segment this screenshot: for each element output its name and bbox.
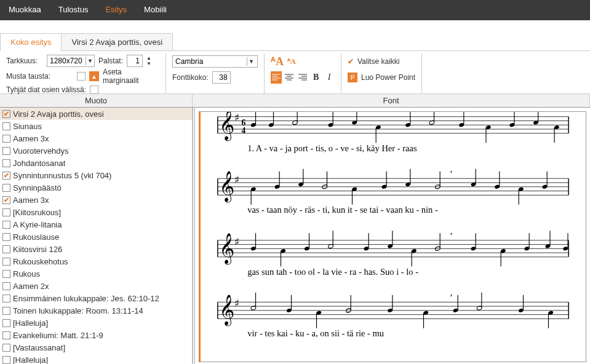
list-item-label: Rukous (13, 269, 40, 279)
musta-tausta-checkbox[interactable] (77, 72, 86, 81)
list-item-label: Evankeliumi: Matt. 21:1-9 (13, 331, 103, 340)
list-item-label: Johdantosanat (13, 159, 65, 168)
svg-text:vir  -  tes     kai  -  ku    : vir - tes kai - ku - a, on sii - tä rie … (247, 328, 384, 338)
list-checkbox[interactable] (2, 135, 10, 143)
musta-tausta-label: Musta tausta: (6, 72, 73, 81)
luo-powerpoint-button[interactable]: P Luo Power Point (348, 71, 415, 84)
list-item[interactable]: Vuorotervehdys (0, 144, 192, 157)
list-item-label: Vuorotervehdys (13, 146, 69, 156)
list-item[interactable]: Ensimmäinen lukukappale: Jes. 62:10-12 (0, 292, 192, 304)
list-item-label: Rukouskehotus (13, 257, 68, 266)
list-checkbox[interactable]: ✔ (2, 110, 10, 118)
list-checkbox[interactable] (2, 295, 10, 303)
top-tab-bar: Muokkaa Tulostus Esitys Mobiili (0, 0, 590, 20)
palstat-label: Palstat: (98, 57, 123, 65)
list-checkbox[interactable] (2, 282, 10, 290)
italic-button[interactable]: I (324, 71, 335, 84)
list-item[interactable]: ✔Aamen 3x (0, 194, 192, 206)
list-checkbox[interactable] (2, 208, 10, 216)
aseta-marginaalit-button[interactable]: Aseta marginaalit (103, 68, 159, 85)
list-checkbox[interactable] (2, 245, 10, 253)
align-left-button[interactable] (271, 71, 282, 84)
score-preview: 𝄞 ♯ 64’1. A - va - ja port - tis, o - ve… (193, 108, 590, 364)
list-item-label: Virsi 2 Avaja porttis, ovesi (13, 109, 104, 119)
checkmark-icon: ✔ (348, 57, 354, 66)
list-checkbox[interactable] (2, 147, 10, 155)
bold-button[interactable]: B (311, 71, 322, 84)
list-item-label: A Kyrie-litania (13, 220, 62, 229)
list-item[interactable]: [Halleluja] (0, 317, 192, 329)
list-checkbox[interactable] (2, 184, 10, 192)
list-item[interactable]: Kiitosvirsi 126 (0, 243, 192, 255)
list-item[interactable]: ✔Synnintunnustus 5 (vkl 704) (0, 169, 192, 181)
column-headers: Muoto Font (0, 94, 590, 108)
list-checkbox[interactable] (2, 258, 10, 266)
decrease-font-icon[interactable]: ᴬA (287, 57, 296, 66)
tarkkuus-label: Tarkkuus: (6, 57, 43, 65)
list-checkbox[interactable] (2, 159, 10, 167)
list-item[interactable]: Johdantosanat (0, 157, 192, 169)
list-checkbox[interactable] (2, 221, 10, 229)
list-item[interactable]: Siunaus (0, 120, 192, 132)
list-item[interactable]: Synninpäästö (0, 181, 192, 194)
list-checkbox[interactable] (2, 270, 10, 278)
list-item-label: Rukouslause (13, 232, 59, 242)
fonttikoko-label: Fonttikoko: (172, 73, 209, 82)
palstat-stepper[interactable]: ▲▼ (146, 55, 151, 66)
tyhjat-diat-checkbox[interactable] (90, 85, 98, 94)
list-checkbox[interactable] (2, 344, 10, 352)
list-checkbox[interactable]: ✔ (2, 196, 10, 204)
list-checkbox[interactable] (2, 307, 10, 315)
tab-mobiili[interactable]: Mobiili (135, 0, 175, 20)
list-checkbox[interactable]: ✔ (2, 172, 10, 180)
chevron-down-icon[interactable]: ▼ (86, 57, 94, 65)
list-checkbox[interactable] (2, 122, 10, 130)
sub-tab-bar: Koko esitys Virsi 2 Avaja porttis, ovesi (0, 33, 590, 51)
list-item-label: Synninpäästö (13, 183, 62, 192)
list-item-label: [Halleluja] (13, 318, 48, 328)
list-item-label: Aamen 2x (13, 282, 49, 291)
list-item[interactable]: A Kyrie-litania (0, 218, 192, 231)
list-item-label: Kiitosvirsi 126 (13, 245, 62, 254)
list-checkbox[interactable] (2, 233, 10, 241)
list-item-label: Aamen 3x (13, 196, 49, 205)
list-item[interactable]: Toinen lukukappale: Room. 13:11-14 (0, 304, 192, 317)
tarkkuus-select[interactable]: ▼ (47, 55, 95, 67)
list-item[interactable]: Aamen 3x (0, 132, 192, 144)
list-item[interactable]: ✔Virsi 2 Avaja porttis, ovesi (0, 108, 192, 120)
list-checkbox[interactable] (2, 356, 10, 364)
fonttikoko-input[interactable] (212, 71, 231, 84)
svg-text:’: ’ (450, 112, 453, 117)
list-item-label: [Halleluja] (13, 355, 48, 365)
svg-text:1.  A - va  -  ja      port - : 1. A - va - ja port - tis, o - ve - si, … (247, 143, 417, 153)
subtab-virsi[interactable]: Virsi 2 Avaja porttis, ovesi (61, 33, 173, 50)
align-right-button[interactable] (297, 71, 308, 84)
font-family-select[interactable]: ▼ (172, 55, 258, 68)
svg-text:gas   sun  tah - too     ol - : gas sun tah - too ol - la vie - ra - has… (247, 267, 418, 277)
svg-text:4: 4 (242, 126, 246, 135)
subtab-koko-esitys[interactable]: Koko esitys (0, 33, 62, 51)
valitse-kaikki-button[interactable]: ✔ Valitse kaikki (348, 55, 415, 68)
list-item[interactable]: [Kiitosrukous] (0, 206, 192, 218)
list-item[interactable]: Aamen 2x (0, 280, 192, 292)
tab-tulostus[interactable]: Tulostus (50, 0, 97, 20)
list-item[interactable]: Evankeliumi: Matt. 21:1-9 (0, 329, 192, 341)
tab-esitys[interactable]: Esitys (97, 0, 135, 20)
list-item[interactable]: Rukouskehotus (0, 255, 192, 267)
valitse-kaikki-label: Valitse kaikki (357, 57, 399, 66)
align-center-button[interactable] (284, 71, 295, 84)
list-item[interactable]: [Halleluja] (0, 354, 192, 364)
list-item[interactable]: Rukouslause (0, 231, 192, 243)
luo-powerpoint-label: Luo Power Point (361, 73, 415, 82)
increase-font-icon[interactable]: ᴬA (271, 55, 284, 68)
list-checkbox[interactable] (2, 331, 10, 339)
tab-muokkaa[interactable]: Muokkaa (0, 0, 50, 20)
list-item[interactable]: Rukous (0, 267, 192, 280)
chevron-down-icon[interactable]: ▼ (247, 57, 255, 66)
item-list[interactable]: ✔Virsi 2 Avaja porttis, ovesiSiunausAame… (0, 108, 193, 364)
list-item-label: Synnintunnustus 5 (vkl 704) (13, 171, 111, 180)
palstat-input[interactable] (127, 55, 143, 67)
svg-text:’: ’ (450, 168, 453, 179)
list-checkbox[interactable] (2, 319, 10, 327)
list-item[interactable]: [Vastaussanat] (0, 341, 192, 354)
